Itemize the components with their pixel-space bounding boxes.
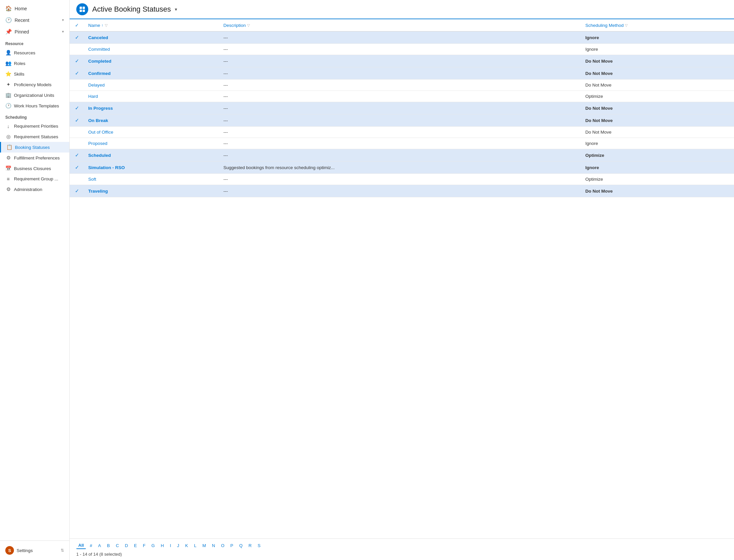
row-name[interactable]: Traveling — [84, 185, 219, 197]
name-column-header[interactable]: Name ↑ ▽ — [84, 19, 219, 31]
row-name[interactable]: Scheduled — [84, 149, 219, 161]
table-row[interactable]: ✓In Progress---Do Not Move — [70, 102, 734, 114]
alpha-nav-item[interactable]: L — [192, 542, 198, 549]
select-all-column[interactable]: ✓ — [70, 19, 84, 31]
alpha-nav-item[interactable]: D — [123, 542, 130, 549]
alpha-nav-item[interactable]: I — [168, 542, 173, 549]
alpha-nav-item[interactable]: Q — [237, 542, 244, 549]
alpha-nav-item[interactable]: R — [246, 542, 253, 549]
row-name[interactable]: Confirmed — [84, 67, 219, 80]
row-checkbox[interactable]: ✓ — [70, 185, 84, 197]
table-row[interactable]: Hard---Optimize — [70, 91, 734, 102]
alpha-nav-item[interactable]: F — [141, 542, 148, 549]
row-checkbox[interactable]: ✓ — [70, 161, 84, 174]
sidebar-item-resources[interactable]: 👤 Resources — [0, 47, 69, 58]
table-footer: All#ABCDEFGHIJKLMNOPQRS 1 - 14 of 14 (8 … — [70, 538, 734, 560]
row-name[interactable]: Hard — [84, 91, 219, 102]
table-row[interactable]: ✓Canceled---Ignore — [70, 31, 734, 44]
alpha-nav-item[interactable]: N — [210, 542, 217, 549]
alpha-nav-item[interactable]: All — [76, 542, 86, 549]
row-scheduling-method: Ignore — [581, 31, 734, 44]
description-column-header[interactable]: Description ▽ — [219, 19, 581, 31]
sidebar-item-home[interactable]: 🏠 Home — [0, 3, 69, 14]
sidebar-item-proficiency-models[interactable]: ✦ Proficiency Models — [0, 79, 69, 90]
alpha-nav-item[interactable]: C — [114, 542, 121, 549]
row-description: --- — [219, 114, 581, 127]
row-checkbox[interactable] — [70, 127, 84, 138]
sort-icon[interactable]: ↑ — [101, 23, 103, 27]
sidebar-item-requirement-group[interactable]: ≡ Requirement Group ... — [0, 174, 69, 184]
row-checkbox[interactable] — [70, 174, 84, 185]
table-row[interactable]: Proposed---Ignore — [70, 138, 734, 149]
table-row[interactable]: ✓Traveling---Do Not Move — [70, 185, 734, 197]
row-name[interactable]: Completed — [84, 55, 219, 67]
org-units-icon: 🏢 — [5, 92, 11, 98]
row-checkbox[interactable]: ✓ — [70, 102, 84, 114]
row-name[interactable]: In Progress — [84, 102, 219, 114]
sidebar-item-administration[interactable]: ⚙ Administration — [0, 184, 69, 195]
sidebar-item-requirement-priorities[interactable]: ↓ Requirement Priorities — [0, 121, 69, 131]
alpha-nav-item[interactable]: P — [228, 542, 235, 549]
sidebar-item-booking-statuses[interactable]: 📋 Booking Statuses — [0, 142, 69, 153]
alpha-nav-item[interactable]: # — [88, 542, 94, 549]
row-name[interactable]: Committed — [84, 44, 219, 55]
row-description: --- — [219, 80, 581, 91]
table-row[interactable]: Soft---Optimize — [70, 174, 734, 185]
booking-statuses-table: ✓ Name ↑ ▽ Description ▽ — [70, 19, 734, 197]
sidebar-item-work-hours-templates[interactable]: 🕐 Work Hours Templates — [0, 100, 69, 111]
row-name[interactable]: Delayed — [84, 80, 219, 91]
table-row[interactable]: ✓Simulation - RSOSuggested bookings from… — [70, 161, 734, 174]
alpha-nav-item[interactable]: K — [183, 542, 190, 549]
sidebar-item-recent[interactable]: 🕐 Recent ▾ — [0, 14, 69, 26]
row-name[interactable]: Simulation - RSO — [84, 161, 219, 174]
alpha-nav-item[interactable]: J — [175, 542, 181, 549]
sidebar-item-label: Roles — [14, 61, 26, 66]
alpha-nav-item[interactable]: B — [105, 542, 112, 549]
table-row[interactable]: Delayed---Do Not Move — [70, 80, 734, 91]
scheduling-method-column-header[interactable]: Scheduling Method ▽ — [581, 19, 734, 31]
alpha-nav-item[interactable]: H — [159, 542, 166, 549]
table-row[interactable]: ✓Completed---Do Not Move — [70, 55, 734, 67]
row-scheduling-method: Ignore — [581, 44, 734, 55]
sidebar-item-requirement-statuses[interactable]: ◎ Requirement Statuses — [0, 131, 69, 142]
row-checkbox[interactable]: ✓ — [70, 149, 84, 161]
alpha-nav-item[interactable]: G — [150, 542, 157, 549]
row-checkbox[interactable]: ✓ — [70, 55, 84, 67]
row-name[interactable]: Out of Office — [84, 127, 219, 138]
sidebar-item-roles[interactable]: 👥 Roles — [0, 58, 69, 69]
title-dropdown-chevron[interactable]: ▾ — [175, 7, 177, 12]
settings-item[interactable]: S Settings ⇅ — [0, 543, 69, 557]
row-checkbox[interactable] — [70, 138, 84, 149]
row-name[interactable]: Soft — [84, 174, 219, 185]
alpha-nav-item[interactable]: O — [219, 542, 226, 549]
row-name[interactable]: Proposed — [84, 138, 219, 149]
table-row[interactable]: ✓Scheduled---Optimize — [70, 149, 734, 161]
sidebar-item-business-closures[interactable]: 📅 Business Closures — [0, 163, 69, 174]
sidebar-item-pinned[interactable]: 📌 Pinned ▾ — [0, 26, 69, 37]
filter-icon[interactable]: ▽ — [625, 23, 628, 28]
row-name[interactable]: On Break — [84, 114, 219, 127]
row-checkbox[interactable]: ✓ — [70, 114, 84, 127]
table-row[interactable]: Out of Office---Do Not Move — [70, 127, 734, 138]
row-checkbox[interactable] — [70, 44, 84, 55]
filter-icon[interactable]: ▽ — [247, 23, 250, 28]
row-checkbox[interactable] — [70, 91, 84, 102]
row-checkbox[interactable]: ✓ — [70, 31, 84, 44]
sidebar-item-organizational-units[interactable]: 🏢 Organizational Units — [0, 90, 69, 100]
row-scheduling-method: Do Not Move — [581, 127, 734, 138]
select-all-check[interactable]: ✓ — [75, 23, 79, 28]
row-checkbox[interactable] — [70, 80, 84, 91]
alpha-nav-item[interactable]: A — [96, 542, 103, 549]
alpha-nav-item[interactable]: E — [132, 542, 139, 549]
row-name[interactable]: Canceled — [84, 31, 219, 44]
filter-icon[interactable]: ▽ — [105, 23, 107, 28]
sidebar-item-fulfillment-preferences[interactable]: ⚙ Fulfillment Preferences — [0, 153, 69, 163]
table-row[interactable]: ✓On Break---Do Not Move — [70, 114, 734, 127]
table-row[interactable]: ✓Confirmed---Do Not Move — [70, 67, 734, 80]
alpha-nav-item[interactable]: M — [200, 542, 208, 549]
row-checkbox[interactable]: ✓ — [70, 67, 84, 80]
sidebar-item-label: Requirement Group ... — [14, 176, 58, 181]
table-row[interactable]: Committed---Ignore — [70, 44, 734, 55]
sidebar-item-skills[interactable]: ⭐ Skills — [0, 69, 69, 79]
alpha-nav-item[interactable]: S — [256, 542, 263, 549]
